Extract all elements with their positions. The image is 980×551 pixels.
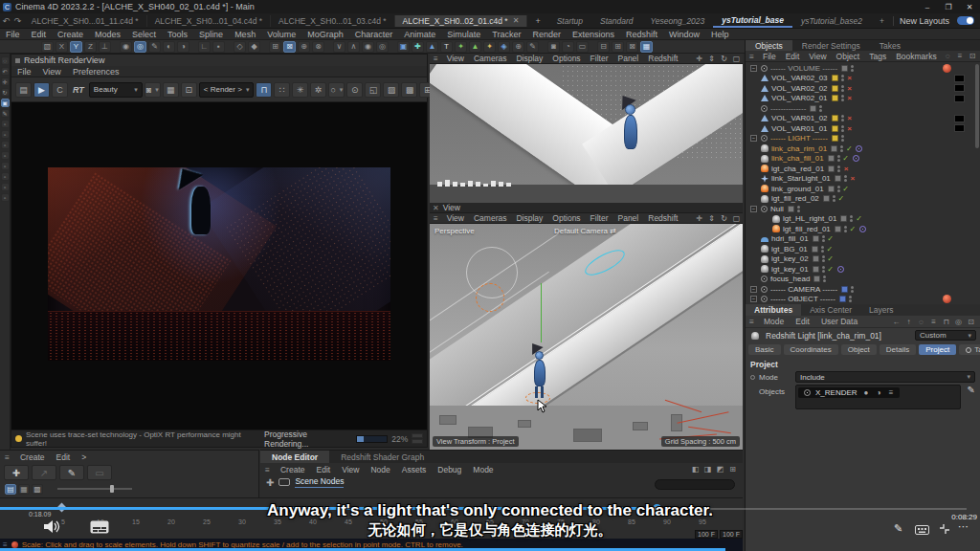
layout-tab-standard[interactable]: Standard bbox=[591, 15, 642, 27]
crop-icon[interactable]: ⊡ bbox=[181, 82, 197, 98]
active-camera-label[interactable]: Default Camera ⇄ bbox=[554, 227, 616, 235]
layer-color-chip[interactable] bbox=[839, 296, 846, 302]
star-tool-icon[interactable]: ✦ bbox=[483, 41, 496, 53]
close-tab-icon[interactable]: ✕ bbox=[513, 16, 520, 25]
freeze-icon[interactable]: ✳ bbox=[292, 82, 308, 98]
viewport-perspective-canvas[interactable]: Perspective Default Camera ⇄ View Transf… bbox=[430, 224, 743, 450]
target-tag-icon[interactable] bbox=[856, 145, 862, 152]
restart-render-icon[interactable]: C bbox=[52, 82, 68, 98]
object-row-link-starlight-01[interactable]: link_StarLight_01× bbox=[746, 174, 980, 185]
panel-menu-icon[interactable]: ≡ bbox=[0, 452, 14, 462]
section-tab-basic[interactable]: Basic bbox=[748, 344, 781, 355]
minimize-button[interactable]: – bbox=[917, 3, 938, 11]
renderview-menu-preferences[interactable]: Preferences bbox=[67, 67, 125, 77]
filter-icon[interactable]: ≡ bbox=[955, 52, 966, 61]
pan-view-icon[interactable]: ✛ bbox=[694, 54, 704, 63]
target-tag-icon[interactable] bbox=[853, 155, 859, 162]
visibility-dots[interactable] bbox=[823, 276, 826, 282]
up-icon[interactable]: ↑ bbox=[903, 317, 914, 326]
maximize-view-icon[interactable]: ▢ bbox=[731, 54, 742, 63]
viewport-menu-options[interactable]: Options bbox=[547, 213, 585, 223]
range-end-field[interactable]: 100 F bbox=[720, 530, 743, 539]
visibility-dots[interactable] bbox=[841, 125, 844, 132]
globe-icon[interactable]: ◈ bbox=[498, 41, 510, 53]
layer-color-chip[interactable] bbox=[832, 95, 838, 101]
zoom-tool-icon[interactable]: ◌ bbox=[1, 56, 10, 65]
attributes-menu-edit[interactable]: Edit bbox=[790, 317, 815, 326]
panel-menu-icon[interactable]: ≡ bbox=[746, 52, 758, 61]
keyboard-icon[interactable] bbox=[915, 525, 929, 535]
node-menu-debug[interactable]: Debug bbox=[432, 465, 467, 474]
locked-slot[interactable]: ▭ bbox=[87, 465, 112, 480]
icon-size-slider[interactable] bbox=[57, 488, 132, 490]
section-tab-project[interactable]: Project bbox=[919, 344, 956, 355]
animation-timeline[interactable]: 0:18.09 51015202530354045505560657075808… bbox=[0, 497, 743, 539]
rotate-view-icon[interactable]: ↻ bbox=[719, 213, 729, 223]
layout-tab-startup[interactable]: Startup bbox=[548, 15, 591, 27]
visibility-dots[interactable] bbox=[833, 195, 835, 202]
enabled-check-icon[interactable]: ✓ bbox=[844, 144, 854, 153]
object-row-focus-head[interactable]: focus_head bbox=[746, 275, 980, 285]
frame-selected-icon[interactable]: ◨ bbox=[702, 465, 713, 474]
document-tab-alche-x-sh0-02-01-c4d[interactable]: ALCHE_X_SH0..02_01.c4d *✕ bbox=[395, 15, 528, 27]
rt-mode-toggle[interactable]: RT bbox=[70, 82, 87, 98]
expand-toggle-icon[interactable]: − bbox=[750, 135, 757, 142]
coord-system-toggle[interactable]: ⊥ bbox=[99, 41, 111, 53]
extrude-tool-icon[interactable]: ▫ bbox=[1, 162, 10, 170]
disabled-x-icon[interactable]: × bbox=[841, 165, 851, 173]
node-menu-view[interactable]: View bbox=[336, 465, 365, 474]
texture-mode-icon[interactable]: T bbox=[440, 41, 453, 53]
layer-color-chip[interactable] bbox=[841, 286, 848, 293]
renderview-menu-file[interactable]: File bbox=[11, 67, 37, 77]
annotate-pencil-icon[interactable]: ✎ bbox=[894, 522, 902, 535]
target-tag-icon[interactable] bbox=[837, 266, 844, 273]
viewport-menu-panel[interactable]: Panel bbox=[613, 213, 644, 223]
visibility-dots[interactable] bbox=[844, 226, 847, 232]
menu-overflow[interactable]: > bbox=[76, 452, 92, 462]
menu-file[interactable]: File bbox=[0, 30, 26, 39]
camera-tool-icon[interactable]: ◙ bbox=[547, 41, 560, 53]
add-button[interactable]: ✚ bbox=[4, 465, 29, 480]
visibility-dots[interactable] bbox=[840, 145, 843, 152]
undo-tool-icon[interactable]: ↶ bbox=[1, 67, 10, 76]
subtitles-icon[interactable] bbox=[90, 520, 109, 534]
object-row-lgt-key-01[interactable]: lgt_key_01✓ bbox=[746, 264, 980, 275]
enabled-check-icon[interactable]: ✓ bbox=[826, 265, 835, 274]
node-menu-node[interactable]: Node bbox=[365, 465, 395, 474]
visibility-dots[interactable] bbox=[841, 85, 844, 92]
visibility-dots[interactable] bbox=[841, 115, 844, 121]
menu-character[interactable]: Character bbox=[349, 30, 399, 39]
layer-color-chip[interactable] bbox=[831, 145, 837, 152]
object-row-lgt-fill-red-02[interactable]: lgt_fill_red_02✓ bbox=[746, 194, 980, 205]
viewport-menu-redshift[interactable]: Redshift bbox=[643, 54, 682, 63]
layer-color-chip[interactable] bbox=[835, 175, 841, 182]
frame-all-icon[interactable]: ◧ bbox=[690, 465, 701, 474]
search-icon[interactable]: ◌ bbox=[916, 317, 926, 326]
viewport-top-canvas[interactable] bbox=[430, 64, 743, 203]
scale-tool-icon[interactable]: ▣ bbox=[1, 99, 10, 107]
node-menu-edit[interactable]: Edit bbox=[310, 465, 336, 474]
start-render-button[interactable]: ▶ bbox=[33, 82, 50, 98]
object-menu-object[interactable]: Object bbox=[832, 52, 865, 61]
object-menu-file[interactable]: File bbox=[758, 52, 781, 61]
layer-color-chip[interactable] bbox=[828, 186, 835, 192]
node-editor-tab-redshift-shader-graph[interactable]: Redshift Shader Graph bbox=[329, 451, 435, 463]
undo-icon[interactable]: ↶ bbox=[0, 16, 11, 26]
renderview-canvas[interactable] bbox=[11, 102, 427, 430]
env-icon[interactable]: ▲ bbox=[469, 41, 481, 53]
rotate-view-icon[interactable]: ↻ bbox=[719, 54, 729, 63]
layout-tab-ystutorial-base2[interactable]: ysTutorial_base2 bbox=[792, 15, 871, 27]
pan-view-icon[interactable]: ✛ bbox=[694, 213, 704, 223]
y-axis-handle[interactable] bbox=[541, 283, 542, 342]
key-scale-icon[interactable]: ◆ bbox=[248, 41, 260, 53]
dolly-view-icon[interactable]: ⇕ bbox=[706, 213, 717, 223]
more-options-icon[interactable]: ⋯ bbox=[958, 520, 969, 533]
menu-tracker[interactable]: Tracker bbox=[486, 30, 526, 39]
object-menu-bookmarks[interactable]: Bookmarks bbox=[891, 52, 942, 61]
visibility-dots[interactable] bbox=[822, 266, 825, 273]
disabled-x-icon[interactable]: × bbox=[845, 84, 855, 93]
object-row-lgt-fill-red-01[interactable]: lgt_fill_red_01✓ bbox=[746, 224, 980, 234]
eyedropper-icon[interactable]: ✎ bbox=[59, 465, 84, 480]
smooth-tool-icon[interactable]: ▫ bbox=[1, 172, 10, 181]
box-tool-icon[interactable]: ▭ bbox=[576, 41, 589, 53]
